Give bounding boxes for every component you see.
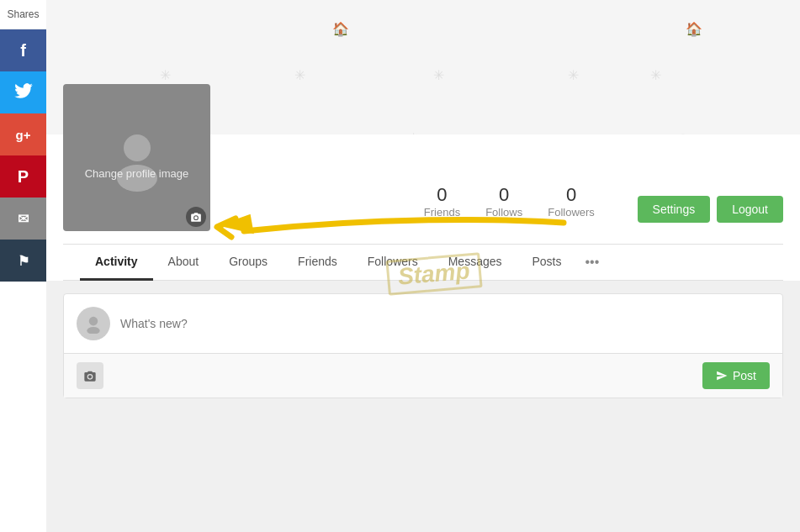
profile-camera-badge[interactable]: [186, 207, 206, 227]
settings-button[interactable]: Settings: [638, 196, 711, 223]
facebook-share-button[interactable]: f: [0, 29, 46, 71]
logout-button[interactable]: Logout: [717, 196, 783, 223]
sidebar: Shares f g+ P ✉ ⚑: [0, 0, 46, 532]
twitter-icon: [14, 83, 33, 103]
tab-about[interactable]: About: [153, 245, 215, 281]
camera-icon: [190, 212, 202, 222]
arrow-annotation: [210, 193, 572, 261]
whats-new-top: [64, 294, 782, 353]
camera-attach-icon: [83, 370, 97, 382]
deco-gear-4: ✳: [568, 67, 579, 83]
tab-more-button[interactable]: •••: [577, 245, 608, 280]
change-profile-text: Change profile image: [77, 167, 198, 180]
facebook-icon: f: [20, 41, 26, 61]
deco-gear-5: ✳: [650, 67, 661, 83]
mini-avatar-icon: [83, 313, 103, 334]
post-button[interactable]: Post: [702, 362, 770, 389]
deco-gear-2: ✳: [294, 67, 305, 83]
svg-point-4: [87, 327, 99, 334]
post-send-icon: [716, 370, 728, 382]
bookmark-share-button[interactable]: ⚑: [0, 240, 46, 282]
email-share-button[interactable]: ✉: [0, 198, 46, 240]
bookmark-icon: ⚑: [18, 253, 29, 269]
profile-image-wrapper[interactable]: Change profile image: [63, 84, 210, 231]
main-content: 🏠 🏠 ✳ ✳ ✳ ✳ ✳ ✳ ✳ ◎ ✳ ◎ Change profile i…: [46, 0, 800, 532]
action-buttons: Settings Logout: [638, 196, 783, 231]
deco-house-2: 🏠: [686, 21, 702, 37]
attach-photo-button[interactable]: [77, 362, 103, 389]
user-mini-avatar: [77, 307, 110, 340]
google-share-button[interactable]: g+: [0, 113, 46, 155]
deco-house-1: 🏠: [332, 21, 349, 37]
deco-gear-1: ✳: [160, 67, 171, 83]
profile-section: Change profile image Stamp: [46, 134, 800, 281]
email-icon: ✉: [18, 211, 29, 227]
profile-person-icon: [103, 124, 171, 192]
twitter-share-button[interactable]: [0, 71, 46, 113]
svg-point-3: [89, 317, 98, 326]
profile-header: Change profile image Stamp: [63, 134, 783, 245]
pinterest-share-button[interactable]: P: [0, 155, 46, 198]
google-icon: g+: [16, 128, 31, 142]
whats-new-bottom: Post: [64, 353, 782, 398]
whats-new-box: Post: [63, 293, 783, 398]
content-area: Post: [46, 281, 800, 421]
tab-activity[interactable]: Activity: [80, 245, 153, 281]
shares-label: Shares: [0, 0, 46, 29]
deco-gear-3: ✳: [433, 67, 444, 83]
whats-new-input[interactable]: [120, 317, 770, 330]
svg-point-0: [124, 134, 151, 161]
pinterest-icon: P: [18, 167, 29, 187]
